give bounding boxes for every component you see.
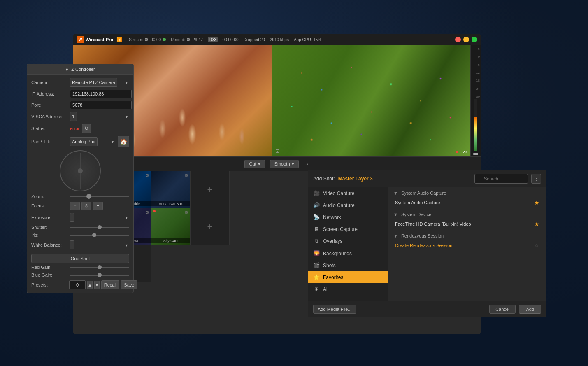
collapse-rendezvous[interactable]: ▼ [393, 233, 398, 238]
shutter-slider[interactable] [70, 227, 129, 228]
iris-label: Iris: [31, 233, 67, 238]
shot-sky-cam[interactable]: ⚙ Sky Cam [151, 208, 191, 245]
live-indicator [153, 210, 156, 212]
star-rendezvous[interactable]: ☆ [534, 242, 539, 249]
section-rendezvous: ▼ Rendezvous Session Create Rendezvous S… [393, 233, 541, 251]
exposure-select[interactable] [70, 213, 74, 222]
maximize-button[interactable] [472, 37, 477, 42]
ip-label: IP Address: [31, 91, 67, 96]
create-rendezvous-link[interactable]: Create Rendezvous Session [395, 243, 452, 248]
section-rendezvous-title: ▼ Rendezvous Session [393, 233, 541, 238]
shot-gear-icon-6[interactable]: ⚙ [184, 210, 188, 215]
section-system-audio: ▼ System Audio Capture System Audio Capt… [393, 191, 541, 208]
joystick[interactable] [60, 150, 101, 191]
shutter-row: Shutter: [31, 225, 129, 230]
pan-tilt-select[interactable]: Analog Pad [70, 137, 98, 146]
live-label: Live [456, 149, 467, 154]
add-button[interactable]: Add [519, 305, 541, 314]
smooth-chevron: ▾ [292, 161, 294, 167]
ptz-title: PTZ Controller [27, 64, 133, 75]
cat-overlays-label: Overlays [323, 238, 342, 244]
screen-capture-icon: 🖥 [313, 226, 320, 232]
iso-badge: ISO [208, 37, 218, 42]
shot-gear-icon-3[interactable]: ⚙ [184, 173, 188, 178]
preset-up-button[interactable]: ▲ [87, 281, 93, 289]
collapse-system-device[interactable]: ▼ [393, 212, 398, 217]
item-system-audio-capture[interactable]: System Audio Capture ★ [393, 197, 541, 208]
close-button[interactable] [455, 37, 461, 42]
focus-plus-button[interactable]: + [93, 202, 103, 210]
minimize-button[interactable] [463, 37, 469, 42]
volume-area: 6 0 -6 -12 -18 -24 -30 [470, 45, 481, 156]
cancel-button[interactable]: Cancel [489, 305, 516, 314]
preset-input[interactable] [69, 280, 86, 289]
shot-gear-icon-2[interactable]: ⚙ [145, 173, 149, 178]
volume-scale: 6 0 -6 -12 -18 -24 -30 [472, 47, 480, 98]
more-options-button[interactable]: ⋮ [531, 174, 541, 184]
zoom-slider[interactable] [70, 196, 129, 197]
star-system-audio[interactable]: ★ [534, 199, 539, 206]
aerial-crowd-image [272, 45, 470, 156]
iris-slider[interactable] [70, 235, 129, 236]
record-label: Record: [171, 37, 185, 42]
volume-handle[interactable] [473, 153, 478, 155]
cat-favorites[interactable]: ⭐ Favorites [308, 271, 388, 283]
camera-select[interactable]: Remote PTZ Camera [70, 78, 117, 87]
save-button[interactable]: Save [121, 280, 137, 289]
home-button[interactable]: 🏠 [118, 136, 129, 147]
cat-network-label: Network [323, 214, 341, 220]
port-input[interactable] [70, 101, 132, 109]
focus-minus-button[interactable]: − [70, 202, 80, 210]
dialog-content: ▼ System Audio Capture System Audio Capt… [388, 187, 546, 301]
red-gain-slider[interactable] [70, 267, 129, 268]
pan-tilt-select-wrap: Analog Pad [70, 137, 115, 146]
item-facetime-camera[interactable]: FaceTime HD Camera (Built-in) Video ★ [393, 219, 541, 229]
item-create-rendezvous[interactable]: Create Rendezvous Session ☆ [393, 240, 541, 251]
recall-button[interactable]: Recall [101, 280, 120, 289]
shot-aqua-twobox[interactable]: ⚙ Aqua Two Box [151, 171, 191, 208]
section-system-device: ▼ System Device FaceTime HD Camera (Buil… [393, 212, 541, 229]
cat-overlays[interactable]: ⧉ Overlays [308, 235, 388, 247]
bitrate-stat: 2910 kbps [270, 37, 289, 42]
port-row: Port: [31, 101, 129, 109]
visca-select-wrap: 1 [70, 112, 129, 121]
cat-audio-capture[interactable]: 🔊 Audio Capture [308, 199, 388, 211]
video-capture-icon: 🎥 [313, 190, 320, 196]
item-system-audio-name: System Audio Capture [395, 200, 440, 205]
cat-all[interactable]: ⊞ All [308, 283, 388, 295]
star-facetime[interactable]: ★ [534, 221, 539, 227]
exposure-row: Exposure: [31, 213, 129, 222]
cat-video-capture[interactable]: 🎥 Video Capture [308, 187, 388, 199]
camera-row: Camera: Remote PTZ Camera [31, 78, 129, 87]
smooth-button[interactable]: Smooth ▾ [270, 160, 299, 168]
dialog-sidebar: 🎥 Video Capture 🔊 Audio Capture 📡 Networ… [308, 187, 388, 301]
ip-input[interactable] [70, 90, 132, 98]
collapse-system-audio[interactable]: ▼ [393, 191, 398, 196]
cat-shots[interactable]: 🎬 Shots [308, 259, 388, 271]
cat-screen-capture-label: Screen Capture [323, 226, 358, 232]
white-balance-select[interactable] [70, 240, 74, 249]
blue-gain-label: Blue Gain: [31, 273, 67, 277]
refresh-button[interactable]: ↻ [82, 124, 91, 133]
cat-network[interactable]: 📡 Network [308, 211, 388, 223]
shot-add-row1[interactable]: + [191, 171, 230, 208]
ptz-panel: PTZ Controller Camera: Remote PTZ Camera… [27, 64, 134, 293]
cat-backgrounds[interactable]: 🌄 Backgrounds [308, 247, 388, 259]
app-title: Wirecast Pro [86, 37, 113, 42]
one-shot-button[interactable]: One Shot [31, 254, 129, 263]
visca-select[interactable]: 1 [70, 112, 77, 121]
search-input[interactable] [474, 174, 528, 184]
item-rendezvous-info: Create Rendezvous Session [395, 243, 452, 248]
ptz-body: Camera: Remote PTZ Camera IP Address: Po… [27, 75, 133, 293]
aerial-dots-overlay [272, 45, 470, 156]
cut-button[interactable]: Cut ▾ [244, 160, 265, 168]
preset-down-button[interactable]: ▼ [94, 281, 100, 289]
focus-auto-button[interactable]: ⊙ [81, 202, 91, 210]
blue-gain-slider[interactable] [70, 275, 129, 276]
shot-add-row2[interactable]: + [191, 208, 230, 245]
shot-gear-icon-5[interactable]: ⚙ [145, 210, 149, 215]
item-facetime-info: FaceTime HD Camera (Built-in) Video [395, 221, 471, 226]
section-system-audio-title: ▼ System Audio Capture [393, 191, 541, 196]
add-media-button[interactable]: Add Media File... [313, 305, 356, 314]
cat-screen-capture[interactable]: 🖥 Screen Capture [308, 223, 388, 235]
